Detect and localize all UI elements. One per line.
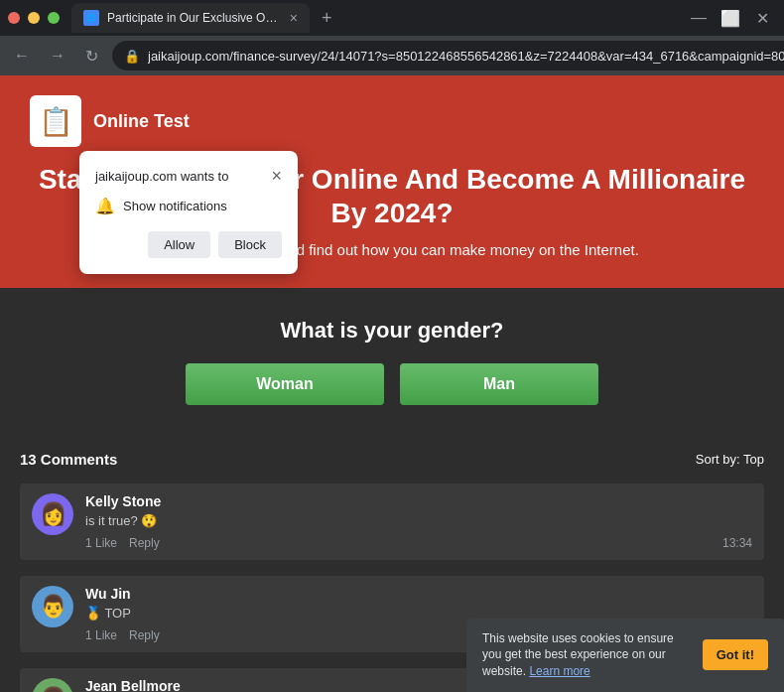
window-min-btn[interactable]	[28, 12, 40, 24]
comment-text: is it true? 😲	[85, 513, 752, 528]
comment-footer: 1 Like Reply 13:34	[85, 536, 752, 550]
notif-header: jaikaijoup.com wants to ×	[95, 167, 282, 185]
reload-button[interactable]: ↻	[79, 42, 104, 69]
woman-button[interactable]: Woman	[186, 363, 384, 405]
avatar-emoji: 👩	[40, 686, 66, 692]
notif-buttons: Allow Block	[95, 231, 282, 258]
comment-actions: 1 Like Reply	[85, 536, 160, 550]
reply-link[interactable]: Reply	[129, 536, 160, 550]
tab-favicon: 🌐	[83, 10, 99, 26]
cookie-banner: This website uses cookies to ensure you …	[466, 619, 784, 692]
url-text: jaikaijoup.com/finance-survey/24/14071?s…	[148, 49, 784, 64]
reply-link[interactable]: Reply	[129, 628, 160, 642]
avatar: 👩	[32, 678, 73, 692]
comments-header: 13 Comments Sort by: Top	[20, 451, 764, 468]
address-bar: ← → ↻ 🔒 jaikaijoup.com/finance-survey/24…	[0, 36, 784, 75]
commenter-name: Wu Jin	[85, 586, 752, 602]
window-close-btn[interactable]	[8, 12, 20, 24]
new-tab-button[interactable]: +	[314, 4, 340, 33]
like-link[interactable]: 1 Like	[85, 628, 117, 642]
cookie-text: This website uses cookies to ensure you …	[482, 630, 691, 680]
commenter-name: Kelly Stone	[85, 493, 752, 509]
clipboard-icon: 📋	[39, 105, 73, 138]
restore-window-btn[interactable]: ⬜	[717, 4, 744, 32]
active-tab[interactable]: 🌐 Participate in Our Exclusive Onl... ×	[71, 3, 310, 33]
comment-time: 13:34	[722, 536, 752, 550]
banner-header: 📋 Online Test	[30, 95, 754, 147]
avatar: 👩	[32, 493, 73, 535]
notif-domain: jaikaijoup.com wants to	[95, 169, 228, 184]
avatar: 👨	[32, 586, 73, 627]
banner-icon: 📋	[30, 95, 81, 147]
like-link[interactable]: 1 Like	[85, 536, 117, 550]
notif-block-button[interactable]: Block	[218, 231, 282, 258]
window-controls	[8, 12, 60, 24]
close-window-btn[interactable]: ✕	[748, 4, 776, 32]
window-max-btn[interactable]	[48, 12, 60, 24]
notif-close-button[interactable]: ×	[271, 167, 282, 185]
cookie-learn-more-link[interactable]: Learn more	[529, 664, 589, 678]
forward-button[interactable]: →	[44, 42, 71, 69]
comment-actions: 1 Like Reply	[85, 628, 160, 642]
tab-bar: 🌐 Participate in Our Exclusive Onl... × …	[0, 0, 784, 36]
page-content: jaikaijoup.com wants to × 🔔 Show notific…	[0, 75, 784, 692]
comment-body: Kelly Stone is it true? 😲 1 Like Reply 1…	[85, 493, 752, 550]
bell-icon: 🔔	[95, 197, 115, 215]
tab-close-icon[interactable]: ×	[290, 10, 298, 26]
gender-buttons: Woman Man	[20, 363, 764, 405]
banner-title: Online Test	[93, 111, 190, 132]
minimize-window-btn[interactable]: —	[685, 4, 713, 32]
back-button[interactable]: ←	[8, 42, 36, 69]
man-button[interactable]: Man	[400, 363, 598, 405]
cookie-accept-button[interactable]: Got it!	[703, 639, 768, 670]
avatar-emoji: 👩	[40, 501, 66, 527]
sort-by: Sort by: Top	[696, 452, 764, 467]
notification-popup: jaikaijoup.com wants to × 🔔 Show notific…	[79, 151, 298, 274]
notif-body: 🔔 Show notifications	[95, 197, 282, 215]
comment-item: 👩 Kelly Stone is it true? 😲 1 Like Reply…	[20, 484, 764, 560]
avatar-emoji: 👨	[40, 594, 66, 620]
comments-count: 13 Comments	[20, 451, 117, 468]
gender-question: What is your gender?	[20, 318, 764, 344]
browser-chrome: 🌐 Participate in Our Exclusive Onl... × …	[0, 0, 784, 75]
gender-section: What is your gender? Woman Man	[0, 288, 784, 435]
tab-title: Participate in Our Exclusive Onl...	[107, 11, 282, 25]
notif-allow-button[interactable]: Allow	[148, 231, 210, 258]
url-bar[interactable]: 🔒 jaikaijoup.com/finance-survey/24/14071…	[112, 41, 784, 70]
notif-show-notifications: Show notifications	[123, 199, 227, 213]
